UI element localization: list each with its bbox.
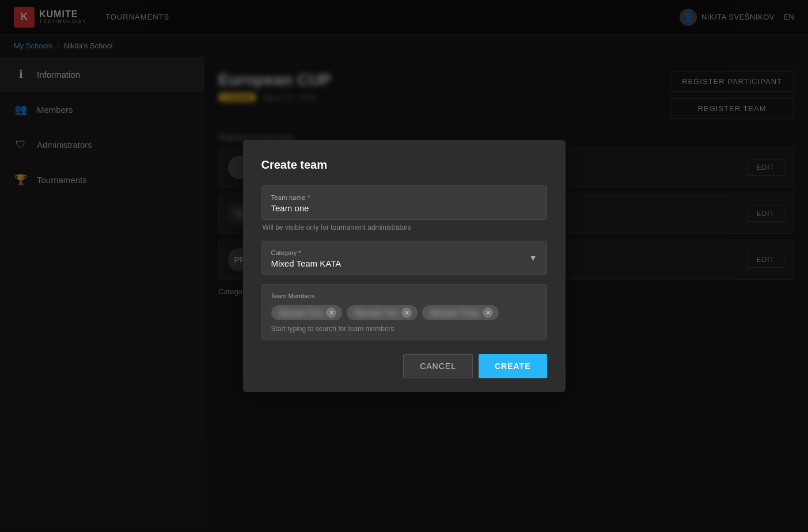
team-members-group: Team Members Member One ✕ Member Two ✕ M… [261,284,547,340]
team-name-group: Team name * Will be visible only for tou… [261,185,547,231]
modal-title: Create team [261,158,547,172]
members-hint: Start typing to search for team members [271,325,537,333]
member-tag-text: Member One [279,309,323,317]
team-name-label: Team name * [271,194,537,201]
category-label: Category * [271,249,537,256]
create-button[interactable]: CREATE [479,354,547,378]
category-group: Category * Mixed Team KATA ▼ [261,241,547,275]
remove-member-button[interactable]: ✕ [401,307,412,318]
cancel-button[interactable]: CANCEL [403,354,473,378]
team-name-input[interactable] [271,203,537,213]
member-tag: Member One ✕ [271,305,343,320]
member-tag: Member Three ✕ [422,305,499,320]
team-members-label: Team Members [271,292,537,299]
team-members-field: Team Members Member One ✕ Member Two ✕ M… [261,284,547,340]
team-name-field: Team name * [261,185,547,220]
member-tag-text: Member Two [355,309,398,317]
create-team-modal: Create team Team name * Will be visible … [243,140,566,392]
modal-actions: CANCEL CREATE [261,354,547,378]
category-value: Mixed Team KATA [271,259,537,268]
members-tags: Member One ✕ Member Two ✕ Member Three ✕ [271,305,537,320]
remove-member-button[interactable]: ✕ [326,307,336,318]
category-select[interactable]: Category * Mixed Team KATA ▼ [261,241,547,275]
member-tag: Member Two ✕ [347,305,418,320]
remove-member-button[interactable]: ✕ [483,307,493,318]
modal-overlay: Create team Team name * Will be visible … [0,0,808,532]
team-name-hint: Will be visible only for tournament admi… [261,223,547,231]
chevron-down-icon: ▼ [529,253,537,263]
member-tag-text: Member Three [430,309,479,317]
